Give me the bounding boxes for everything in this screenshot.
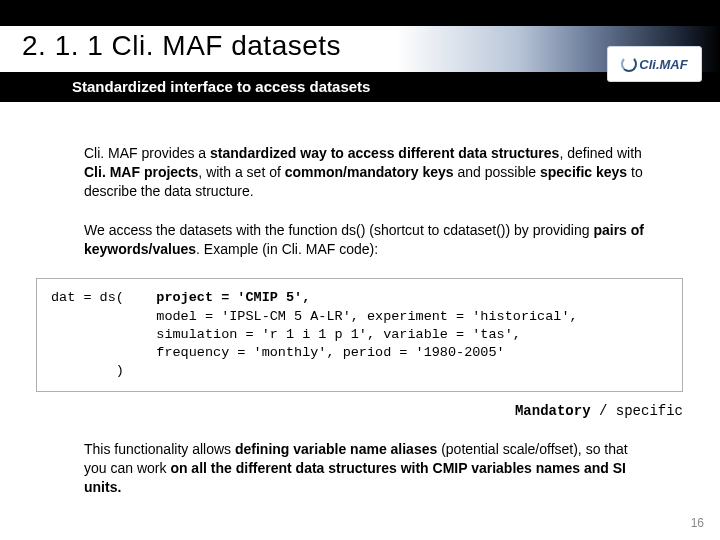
page-number: 16 [691,516,704,530]
code-text: model = 'IPSL-CM 5 A-LR', experiment = '… [51,309,578,324]
legend: Mandatory / specific [84,402,683,421]
bold-text: common/mandatory keys [285,164,454,180]
bold-text: specific keys [540,164,627,180]
paragraph-access: We access the datasets with the function… [84,221,648,259]
code-text: simulation = 'r 1 i 1 p 1', variable = '… [51,327,521,342]
text: , defined with [559,145,642,161]
legend-mandatory: Mandatory [515,403,591,419]
bold-text: Cli. MAF projects [84,164,198,180]
text: , with a set of [198,164,284,180]
code-text: ) [51,363,124,378]
paragraph-intro: Cli. MAF provides a standardized way to … [84,144,648,201]
logo-label: Cli.MAF [639,57,687,72]
code-mandatory: project = 'CMIP 5', [156,290,310,305]
text: . Example (in Cli. MAF code): [196,241,378,257]
bold-text: defining variable name aliases [235,441,437,457]
text: This functionality allows [84,441,235,457]
climaf-logo: Cli.MAF [607,46,702,82]
code-text: frequency = 'monthly', period = '1980-20… [51,345,505,360]
slide-title: 2. 1. 1 Cli. MAF datasets [22,30,341,62]
code-example: dat = ds( project = 'CMIP 5', model = 'I… [36,278,683,391]
slide-subtitle: Standardized interface to access dataset… [72,78,370,95]
bold-text: standardized way to access different dat… [210,145,559,161]
text: Cli. MAF provides a [84,145,210,161]
slide-body: Cli. MAF provides a standardized way to … [0,102,720,497]
text: We access the datasets with the function… [84,222,593,238]
logo-swirl-icon [621,56,637,72]
slide-header: 2. 1. 1 Cli. MAF datasets Standardized i… [0,0,720,102]
legend-separator: / [591,403,616,419]
paragraph-aliases: This functionality allows defining varia… [84,440,648,497]
text: and possible [454,164,540,180]
legend-specific: specific [616,403,683,419]
code-text: dat = ds( [51,290,156,305]
